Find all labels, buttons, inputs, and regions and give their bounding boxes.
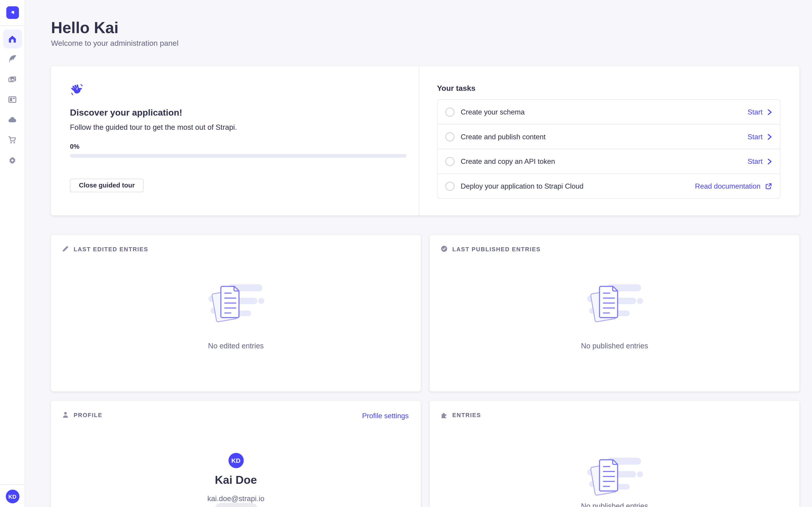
sidebar-item-deploy[interactable] [3, 110, 22, 129]
read-documentation-link[interactable]: Read documentation [695, 182, 772, 190]
sidebar-item-settings[interactable] [3, 151, 22, 170]
profile-role-badge [214, 503, 257, 507]
task-action-label: Start [748, 108, 762, 116]
user-avatar[interactable]: KD [5, 490, 19, 503]
task-row-api-token: Create and copy an API token Start [438, 149, 780, 174]
strapi-dashboard: KD Hello Kai Welcome to your administrat… [0, 0, 812, 507]
media-library-icon [8, 75, 17, 84]
widget-header: PROFILE [62, 411, 102, 418]
task-action-label: Read documentation [695, 182, 761, 190]
person-icon [62, 411, 69, 418]
task-label: Create your schema [461, 108, 524, 116]
task-list: Create your schema Start Create and publ… [437, 99, 781, 199]
task-label: Create and copy an API token [461, 157, 555, 165]
home-icon [8, 35, 17, 44]
task-start-link[interactable]: Start [748, 108, 772, 116]
guided-tour-title: Discover your application! [70, 108, 182, 118]
task-status-circle [446, 157, 455, 166]
marketplace-icon [8, 136, 17, 145]
card-divider [419, 66, 419, 215]
profile-email: kai.doe@strapi.io [51, 494, 421, 503]
task-label: Deploy your application to Strapi Cloud [461, 182, 583, 190]
strapi-logo[interactable] [6, 6, 19, 19]
task-row-deploy-cloud: Deploy your application to Strapi Cloud … [438, 174, 780, 198]
external-link-icon [765, 182, 772, 189]
deploy-icon [8, 115, 17, 124]
sidebar: KD [0, 0, 25, 507]
progress-percentage: 0% [70, 143, 80, 150]
waving-hand-icon [70, 82, 84, 97]
puzzle-icon [441, 411, 448, 418]
task-status-circle [446, 108, 455, 116]
profile-name: Kai Doe [51, 474, 421, 487]
content-manager-icon [8, 55, 17, 64]
task-action-label: Start [748, 157, 762, 165]
sidebar-item-marketplace[interactable] [3, 130, 22, 150]
widget-title: PROFILE [73, 412, 102, 418]
sidebar-item-media-library[interactable] [3, 70, 22, 89]
task-start-link[interactable]: Start [748, 133, 772, 140]
sidebar-item-home[interactable] [3, 30, 22, 48]
empty-documents-illustration [586, 456, 643, 498]
logo-section [0, 0, 25, 26]
close-guided-tour-button[interactable]: Close guided tour [70, 179, 144, 192]
empty-documents-illustration [207, 282, 264, 325]
task-row-publish-content: Create and publish content Start [438, 125, 780, 150]
widget-header: LAST EDITED ENTRIES [62, 245, 148, 252]
empty-state-message: No published entries [430, 342, 799, 350]
widget-title: ENTRIES [452, 412, 481, 418]
task-action-label: Start [748, 133, 762, 140]
widget-header: ENTRIES [441, 411, 481, 418]
progress-bar [70, 154, 406, 158]
page-subtitle: Welcome to your administration panel [51, 39, 179, 47]
profile-avatar: KD [228, 453, 244, 468]
sidebar-footer: KD [0, 485, 25, 507]
sidebar-nav [0, 26, 25, 171]
empty-state-message: No edited entries [51, 342, 421, 350]
pencil-icon [62, 245, 69, 252]
page-title: Hello Kai [51, 19, 118, 37]
guided-tour-card: Discover your application! Follow the gu… [51, 66, 799, 215]
check-circle-icon [441, 245, 448, 252]
task-label: Create and publish content [461, 133, 545, 140]
widget-header: LAST PUBLISHED ENTRIES [441, 245, 541, 252]
task-row-create-schema: Create your schema Start [438, 100, 780, 125]
task-start-link[interactable]: Start [748, 157, 772, 165]
chevron-right-icon [767, 158, 772, 165]
chevron-right-icon [767, 108, 772, 115]
task-status-circle [446, 182, 455, 191]
widget-title: LAST PUBLISHED ENTRIES [452, 245, 541, 252]
settings-icon [8, 156, 17, 165]
content-type-builder-icon [8, 95, 17, 104]
task-status-circle [446, 132, 455, 141]
strapi-logo-icon [8, 8, 16, 17]
guided-tour-description: Follow the guided tour to get the most o… [70, 123, 237, 131]
entries-card: ENTRIES No published entries [430, 401, 799, 507]
last-published-entries-card: LAST PUBLISHED ENTRIES No publish [430, 235, 799, 391]
widget-title: LAST EDITED ENTRIES [73, 245, 148, 252]
sidebar-item-content-manager[interactable] [3, 50, 22, 68]
empty-documents-illustration [586, 282, 643, 325]
empty-state-message: No published entries [430, 502, 799, 507]
profile-card: PROFILE Profile settings KD Kai Doe kai.… [51, 401, 421, 507]
sidebar-item-content-type-builder[interactable] [3, 90, 22, 109]
tasks-title: Your tasks [437, 84, 475, 93]
chevron-right-icon [767, 133, 772, 140]
last-edited-entries-card: LAST EDITED ENTRIES No edited ent [51, 235, 421, 391]
profile-settings-link[interactable]: Profile settings [362, 412, 408, 420]
